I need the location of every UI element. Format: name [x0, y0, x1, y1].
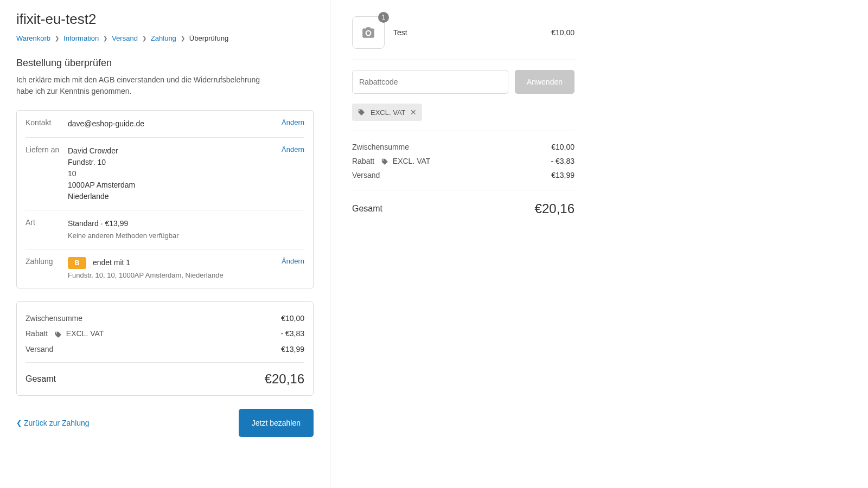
discount-label: Rabatt — [25, 329, 48, 338]
subtotal-row: Zwischensumme €10,00 — [25, 311, 304, 326]
tag-icon — [381, 158, 388, 165]
grand-label: Gesamt — [352, 204, 382, 214]
discount-code-row: Anwenden — [352, 60, 575, 104]
review-row-method: Art Standard · €13,99 Keine anderen Meth… — [25, 210, 304, 249]
breadcrumb-information[interactable]: Information — [63, 34, 99, 42]
ship-to-label: Liefern an — [25, 145, 68, 154]
product-price: €10,00 — [551, 28, 575, 37]
ship-line: 1000AP Amsterdam — [68, 179, 275, 191]
back-to-payment-link[interactable]: ❮ Zurück zur Zahlung — [16, 419, 90, 427]
sidebar-summary: 1 Test €10,00 Anwenden EXCL. VAT ✕ Zwisc… — [330, 0, 591, 488]
ship-line: Fundstr. 10 — [68, 157, 275, 168]
method-sub: Keine anderen Methoden verfügbar — [68, 230, 304, 241]
product-thumbnail: 1 — [352, 16, 385, 49]
breadcrumb-cart[interactable]: Warenkorb — [16, 34, 50, 42]
breadcrumb-shipping[interactable]: Versand — [112, 34, 138, 42]
review-box: Kontakt dave@eshop-guide.de Ändern Liefe… — [16, 110, 314, 288]
chevron-right-icon: ❯ — [103, 35, 107, 41]
ship-line: David Crowder — [68, 145, 275, 157]
divider — [25, 362, 304, 363]
ship-line: 10 — [68, 168, 275, 179]
shipping-label: Versand — [25, 345, 53, 354]
ship-to-value: David Crowder Fundstr. 10 10 1000AP Amst… — [68, 145, 275, 202]
payment-value: B endet mit 1 Fundstr. 10, 10, 1000AP Am… — [68, 257, 275, 281]
review-title: Bestellung überprüfen — [16, 57, 314, 69]
review-row-ship-to: Liefern an David Crowder Fundstr. 10 10 … — [25, 138, 304, 210]
payment-card-icon: B — [68, 257, 86, 269]
review-row-contact: Kontakt dave@eshop-guide.de Ändern — [25, 111, 304, 138]
shipping-label: Versand — [352, 171, 380, 179]
grand-label: Gesamt — [25, 374, 56, 384]
ship-line: Niederlande — [68, 191, 275, 202]
grand-value: €20,16 — [265, 371, 304, 387]
apply-discount-button[interactable]: Anwenden — [515, 70, 575, 94]
payment-label: Zahlung — [25, 257, 68, 266]
breadcrumb-payment[interactable]: Zahlung — [151, 34, 176, 42]
shipping-value: €13,99 — [551, 171, 575, 179]
chevron-left-icon: ❮ — [16, 419, 22, 427]
order-totals-box: Zwischensumme €10,00 Rabatt EXCL. VAT - … — [16, 301, 314, 395]
discount-value: - €3,83 — [551, 157, 575, 165]
breadcrumb: Warenkorb ❯ Information ❯ Versand ❯ Zahl… — [16, 34, 314, 42]
breadcrumb-review: Überprüfung — [189, 34, 228, 42]
change-contact-link[interactable]: Ändern — [282, 118, 304, 126]
review-subtitle: Ich erkläre mich mit den AGB einverstand… — [16, 74, 277, 97]
review-row-payment: Zahlung B endet mit 1 Fundstr. 10, 10, 1… — [25, 249, 304, 288]
footer-actions: ❮ Zurück zur Zahlung Jetzt bezahlen — [16, 409, 314, 437]
remove-discount-icon[interactable]: ✕ — [410, 108, 417, 117]
sidebar-totals: Zwischensumme €10,00 Rabatt EXCL. VAT - … — [352, 131, 575, 182]
back-label: Zurück zur Zahlung — [24, 419, 90, 427]
discount-name: EXCL. VAT — [393, 157, 431, 165]
product-name: Test — [393, 28, 542, 37]
cart-line-item: 1 Test €10,00 — [352, 11, 575, 60]
sidebar-subtotal-row: Zwischensumme €10,00 — [352, 140, 575, 154]
subtotal-value: €10,00 — [551, 143, 575, 151]
subtotal-label: Zwischensumme — [25, 314, 82, 323]
payment-sub: Fundstr. 10, 10, 1000AP Amsterdam, Niede… — [68, 270, 275, 281]
sidebar-grand-total: Gesamt €20,16 — [352, 190, 575, 216]
discount-name: EXCL. VAT — [66, 329, 104, 338]
chevron-right-icon: ❯ — [55, 35, 59, 41]
discount-label: Rabatt — [352, 157, 374, 165]
subtotal-label: Zwischensumme — [352, 143, 409, 151]
discount-row: Rabatt EXCL. VAT - €3,83 — [25, 326, 304, 341]
shipping-value: €13,99 — [281, 345, 304, 354]
discount-value: - €3,83 — [280, 329, 304, 338]
method-label: Art — [25, 218, 68, 227]
grand-total-row: Gesamt €20,16 — [25, 367, 304, 387]
method-text: Standard · €13,99 — [68, 218, 304, 229]
subtotal-value: €10,00 — [281, 314, 304, 323]
grand-value: €20,16 — [535, 201, 575, 216]
tag-icon — [54, 331, 62, 338]
main-column: ifixit-eu-test2 Warenkorb ❯ Information … — [0, 0, 330, 488]
pay-now-button[interactable]: Jetzt bezahlen — [239, 409, 314, 437]
quantity-badge: 1 — [378, 12, 389, 23]
change-payment-link[interactable]: Ändern — [282, 257, 304, 265]
chevron-right-icon: ❯ — [181, 35, 185, 41]
discount-code-input[interactable] — [352, 70, 508, 94]
shipping-row: Versand €13,99 — [25, 342, 304, 357]
sidebar-shipping-row: Versand €13,99 — [352, 168, 575, 182]
method-value: Standard · €13,99 Keine anderen Methoden… — [68, 218, 304, 241]
change-ship-to-link[interactable]: Ändern — [282, 145, 304, 153]
chevron-right-icon: ❯ — [142, 35, 146, 41]
sidebar-discount-row: Rabatt EXCL. VAT - €3,83 — [352, 154, 575, 168]
tag-icon — [358, 108, 365, 116]
payment-text: endet mit 1 — [93, 258, 130, 267]
chip-label: EXCL. VAT — [371, 108, 406, 117]
store-name: ifixit-eu-test2 — [16, 11, 314, 28]
contact-label: Kontakt — [25, 118, 68, 127]
contact-value: dave@eshop-guide.de — [68, 118, 275, 130]
applied-discount-chip: EXCL. VAT ✕ — [352, 104, 422, 121]
